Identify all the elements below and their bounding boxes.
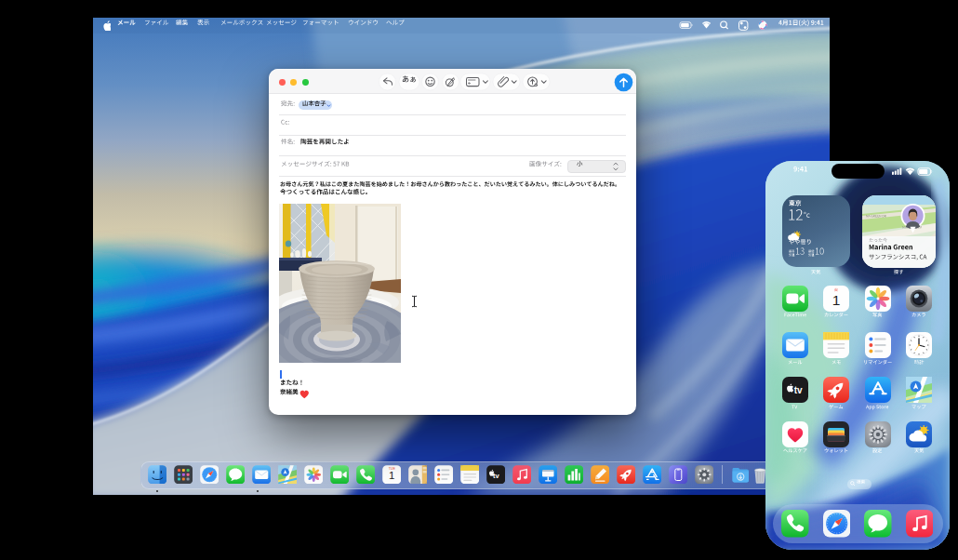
svg-text:TUE: TUE [388, 467, 395, 471]
svg-text:1: 1 [389, 470, 394, 481]
svg-text:tv: tv [793, 385, 802, 395]
svg-text:tv: tv [493, 471, 499, 479]
svg-text:1: 1 [832, 291, 841, 307]
